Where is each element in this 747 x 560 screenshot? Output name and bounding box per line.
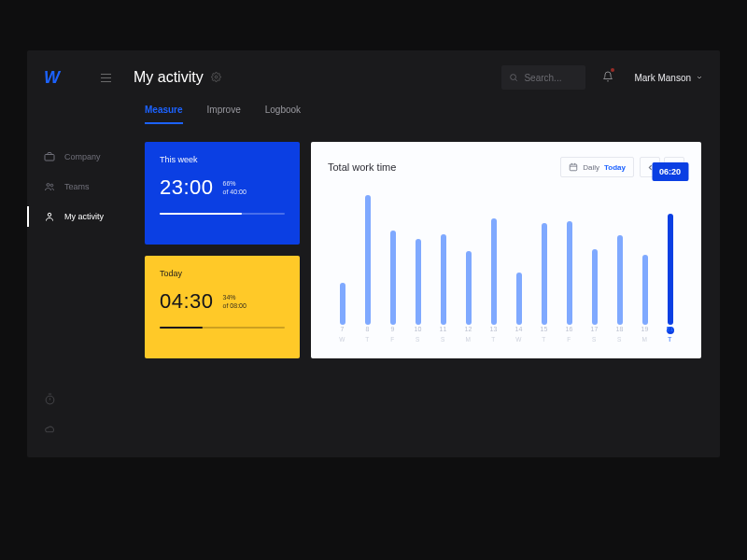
briefcase-icon	[44, 151, 55, 162]
chart-body: 06:20 7W8T9F10S11S12M13T14W15T16F17S18S1…	[328, 185, 684, 349]
chart-header: Total work time Daily Today	[328, 157, 684, 177]
axis-label: 7W	[330, 325, 355, 349]
range-scope: Daily	[583, 163, 599, 172]
card-meta: 34% of 08:00	[223, 293, 247, 311]
chart-bar[interactable]	[557, 185, 582, 325]
axis-label: 12M	[456, 325, 481, 349]
chart-tooltip: 06:20	[652, 162, 688, 181]
app-window: W My activity Search... Mark Manson Meas…	[27, 50, 720, 457]
chart-title: Total work time	[328, 161, 396, 173]
axis-label: 8T	[355, 325, 380, 349]
body: Company Teams My activity	[27, 127, 720, 457]
card-meta: 66% of 40:00	[223, 179, 247, 197]
axis-label: 15T	[531, 325, 557, 349]
progress-fill	[160, 327, 203, 329]
tab-logbook[interactable]: Logbook	[265, 105, 301, 124]
card-this-week: This week 23:00 66% of 40:00	[145, 142, 300, 245]
svg-point-6	[48, 213, 51, 217]
stopwatch-icon[interactable]	[44, 392, 145, 409]
notification-dot	[611, 68, 614, 72]
chart-bar[interactable]	[430, 185, 456, 325]
chart-bar[interactable]	[355, 185, 380, 325]
svg-rect-10	[571, 164, 578, 171]
chart-bar[interactable]	[380, 185, 405, 325]
axis-label: 16F	[557, 325, 582, 349]
search-placeholder: Search...	[524, 73, 561, 83]
chart-bar[interactable]	[632, 185, 657, 325]
gear-icon[interactable]	[211, 69, 221, 86]
person-icon	[44, 211, 55, 222]
svg-point-5	[50, 184, 53, 187]
sidebar-item-label: My activity	[64, 212, 104, 221]
sidebar-item-label: Teams	[64, 182, 90, 191]
progress-bar	[160, 327, 285, 329]
card-time-value: 23:00	[160, 175, 214, 200]
axis-label: 21T	[657, 325, 683, 349]
chevron-down-icon	[696, 74, 703, 81]
summary-cards: This week 23:00 66% of 40:00 Today	[145, 142, 300, 457]
range-today: Today	[604, 163, 626, 172]
axis-label: 18S	[607, 325, 632, 349]
bell-icon[interactable]	[602, 69, 613, 86]
progress-fill	[160, 213, 242, 215]
chart-card: Total work time Daily Today 06:2	[311, 142, 701, 358]
axis-label: 19M	[632, 325, 657, 349]
search-input[interactable]: Search...	[501, 65, 585, 90]
sidebar-item-label: Company	[64, 152, 101, 161]
chart-bars: 06:20	[328, 185, 684, 325]
svg-rect-3	[45, 155, 54, 161]
chart-bar[interactable]	[405, 185, 430, 325]
axis-label: 13T	[481, 325, 506, 349]
main: This week 23:00 66% of 40:00 Today	[145, 127, 720, 457]
chart-bar[interactable]	[481, 185, 506, 325]
sidebar-item-teams[interactable]: Teams	[27, 172, 145, 202]
card-time-value: 04:30	[160, 289, 214, 314]
page-title: My activity	[134, 69, 204, 86]
topbar: W My activity Search... Mark Manson	[27, 50, 720, 105]
tabs: Measure Improve Logbook	[27, 105, 720, 127]
card-today: Today 04:30 34% of 08:00	[145, 256, 300, 358]
axis-label: 14W	[506, 325, 531, 349]
progress-bar	[160, 213, 285, 215]
search-icon	[509, 73, 518, 82]
card-label: Today	[160, 269, 285, 278]
user-name: Mark Manson	[634, 73, 691, 83]
svg-point-4	[47, 184, 49, 187]
calendar-icon	[569, 162, 578, 172]
chart-bar[interactable]	[506, 185, 531, 325]
sidebar-item-my-activity[interactable]: My activity	[27, 202, 145, 231]
chart-bar[interactable]	[531, 185, 557, 325]
chart-x-axis: 7W8T9F10S11S12M13T14W15T16F17S18S19M21T	[328, 325, 684, 349]
chart-bar[interactable]	[607, 185, 632, 325]
range-selector[interactable]: Daily Today	[560, 157, 634, 177]
svg-point-0	[215, 76, 218, 78]
chart-bar[interactable]	[456, 185, 481, 325]
sidebar-item-company[interactable]: Company	[27, 142, 145, 172]
chart-bar[interactable]	[582, 185, 607, 325]
axis-label: 10S	[405, 325, 430, 349]
card-label: This week	[160, 155, 285, 164]
axis-label: 9F	[380, 325, 405, 349]
svg-point-1	[511, 75, 516, 80]
tab-improve[interactable]: Improve	[207, 105, 241, 124]
tab-measure[interactable]: Measure	[145, 105, 183, 124]
chart-bar[interactable]: 06:20	[657, 185, 683, 325]
menu-toggle-icon[interactable]	[101, 74, 111, 82]
axis-label: 11S	[430, 325, 456, 349]
logo[interactable]: W	[44, 68, 58, 88]
axis-label: 17S	[582, 325, 607, 349]
svg-line-2	[515, 79, 517, 81]
people-icon	[44, 181, 55, 192]
chart-bar[interactable]	[330, 185, 355, 325]
cloud-icon[interactable]	[44, 422, 145, 439]
user-menu[interactable]: Mark Manson	[634, 73, 703, 83]
sidebar: Company Teams My activity	[27, 127, 145, 457]
